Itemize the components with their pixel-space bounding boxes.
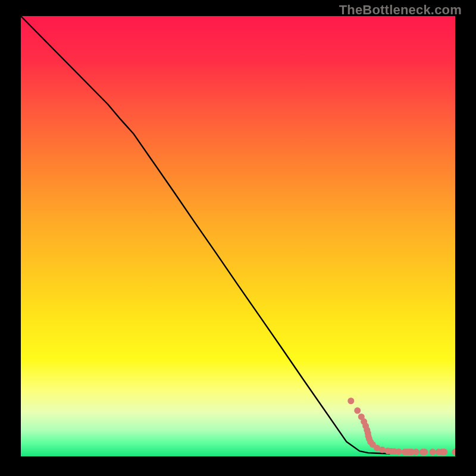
scatter-point [452,449,456,455]
scatter-point [413,449,419,455]
watermark-text: TheBottleneck.com [339,2,462,18]
plot-area [21,16,455,456]
scatter-point [421,449,428,455]
chart-frame: TheBottleneck.com [0,0,476,476]
scatter-point [354,408,361,414]
scatter-point [347,397,354,404]
scatter-point [430,449,436,455]
scatter-point [441,449,447,455]
scatter-point [396,449,402,455]
points-layer [21,16,455,456]
scatter-point [379,446,386,453]
scatter-points [347,397,455,455]
